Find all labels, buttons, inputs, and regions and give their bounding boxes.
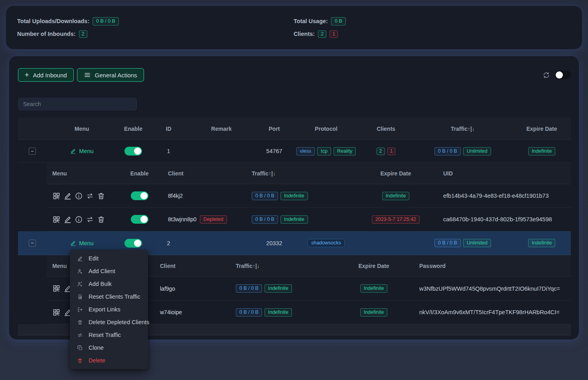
- number-of-inbounds-label: Number of Inbounds:: [17, 31, 76, 37]
- client-traffic-tag: 0 B / 0 B: [252, 215, 278, 224]
- menu-item-add-client[interactable]: Add Client: [70, 265, 148, 278]
- general-actions-button[interactable]: General Actions: [77, 68, 144, 82]
- client-name-group: 8t3wjnn8p0 Depleted: [158, 215, 242, 224]
- inbound-enable-toggle[interactable]: [124, 147, 142, 156]
- edit-client-icon[interactable]: [63, 192, 72, 200]
- client-expire-tag: 2023-5-7 17:25:42: [372, 215, 420, 224]
- col-client-enable: Enable: [120, 170, 158, 177]
- expire-tag: Indefinite: [528, 239, 556, 247]
- col-client-traffic[interactable]: Traffic↑|↓: [242, 170, 358, 177]
- toolbar: + Add Inbound General Actions: [9, 56, 579, 82]
- col-enable: Enable: [117, 126, 150, 132]
- client-expire-tag: Indefinite: [360, 284, 388, 293]
- inbound-traffic: 0 B / 0 B Unlimited: [413, 239, 513, 247]
- menu-item-reset-traffic[interactable]: Reset Traffic: [70, 329, 148, 341]
- client-enable-toggle[interactable]: [131, 191, 148, 200]
- refresh-icon[interactable]: [543, 71, 550, 79]
- col-client-menu: Menu: [47, 170, 120, 177]
- qr-code-icon[interactable]: [52, 308, 61, 317]
- col-client-expire: Expire Date: [358, 170, 434, 177]
- search-input[interactable]: [18, 98, 137, 110]
- client-name: 8t3wjnn8p0: [168, 216, 197, 222]
- delete-icon: [77, 358, 83, 364]
- client-name: laf9go: [150, 285, 226, 292]
- client-limit-tag: Indefinite: [280, 192, 308, 200]
- reset-traffic-icon[interactable]: [86, 215, 94, 224]
- client-enable-toggle[interactable]: [131, 215, 148, 224]
- client-traffic: 0 B / 0 B Indefinite: [242, 192, 358, 200]
- clients-depleted-count: 1: [330, 30, 338, 38]
- stats-panel: Total Uploads/Downloads: 0 B / 0 B Numbe…: [6, 6, 582, 49]
- add-inbound-label: Add Inbound: [33, 72, 67, 79]
- expire-tag: Indefinite: [528, 147, 556, 156]
- reset-traffic-icon[interactable]: [86, 192, 94, 200]
- reset-clients-traffic-icon: [77, 294, 83, 300]
- edit-client-icon[interactable]: [63, 215, 72, 224]
- client-expire: Indefinite: [358, 192, 434, 200]
- inbound-menu-label: Menu: [79, 240, 93, 246]
- col-traffic[interactable]: Traffic↑|↓: [413, 126, 513, 132]
- client-limit-tag: Indefinite: [280, 215, 308, 224]
- col-client-password: Password: [410, 263, 571, 269]
- depleted-badge: Depleted: [200, 215, 227, 224]
- client-traffic-tag: 0 B / 0 B: [236, 308, 262, 317]
- client-traffic: 0 B / 0 B Indefinite: [242, 215, 358, 224]
- client-name: w74ioipe: [150, 309, 226, 315]
- client-limit-tag: Indefinite: [264, 308, 292, 317]
- info-icon[interactable]: [75, 215, 83, 224]
- clients-active-tag: 2: [377, 148, 385, 155]
- menu-item-delete-depleted-clients[interactable]: Delete Depleted Clients: [70, 316, 148, 329]
- traffic-limit-tag: Unlimited: [463, 147, 491, 156]
- inbound-id: 2: [150, 240, 187, 246]
- client-table-header: Menu Enable Client Traffic↑|↓ Expire Dat…: [47, 163, 571, 184]
- edit-icon: [77, 256, 83, 262]
- info-icon[interactable]: [75, 192, 83, 200]
- delete-depleted-clients-icon: [77, 319, 83, 325]
- col-port: Port: [255, 126, 293, 132]
- client-table-inbound-1: Menu Enable Client Traffic↑|↓ Expire Dat…: [47, 163, 571, 231]
- client-traffic-tag: 0 B / 0 B: [236, 284, 262, 293]
- client-expire-tag: Indefinite: [382, 192, 410, 200]
- protocol-tag-vless: vless: [296, 147, 315, 156]
- col-expire-date: Expire Date: [513, 126, 571, 132]
- clone-icon: [77, 345, 83, 351]
- menu-item-export-links[interactable]: Export Links: [70, 303, 148, 316]
- col-clients: Clients: [359, 126, 413, 132]
- add-inbound-button[interactable]: + Add Inbound: [18, 68, 74, 82]
- delete-client-icon[interactable]: [97, 215, 105, 224]
- client-expire: Indefinite: [338, 284, 410, 293]
- client-limit-tag: Indefinite: [264, 284, 292, 293]
- inbound-menu-button[interactable]: Menu: [70, 240, 93, 246]
- auto-refresh-toggle[interactable]: [555, 71, 571, 79]
- delete-client-icon[interactable]: [97, 192, 105, 200]
- inbound-menu-button[interactable]: Menu: [70, 148, 93, 154]
- menu-item-edit[interactable]: Edit: [70, 252, 148, 265]
- inbound-protocol-tags: vless tcp Reality: [293, 147, 359, 156]
- inbound-row-1: − Menu 1 54767 vless tcp Reality 2 1 0 B…: [18, 140, 571, 163]
- qr-code-icon[interactable]: [52, 215, 61, 224]
- menu-item-add-bulk[interactable]: Add Bulk: [70, 278, 148, 290]
- client-uid: ca68470b-1940-437d-802b-1f9573e94598: [434, 216, 571, 222]
- collapse-row-button[interactable]: −: [29, 240, 36, 247]
- inbound-expire: Indefinite: [513, 147, 571, 156]
- add-client-icon: [77, 268, 83, 274]
- menu-item-clone[interactable]: Clone: [70, 341, 148, 354]
- qr-code-icon[interactable]: [52, 192, 61, 200]
- menu-bars-icon: [84, 71, 91, 79]
- col-client-traffic[interactable]: Traffic↑|↓: [226, 263, 338, 269]
- total-uploads-downloads-label: Total Uploads/Downloads:: [17, 18, 89, 24]
- inbound-protocol-tags: shadowsocks: [293, 239, 359, 247]
- client-traffic: 0 B / 0 B Indefinite: [226, 284, 338, 293]
- inbound-port: 20332: [255, 240, 293, 246]
- menu-item-reset-clients-traffic[interactable]: Reset Clients Traffic: [70, 290, 148, 303]
- menu-item-delete[interactable]: Delete: [70, 354, 148, 367]
- inbound-clients-counts: 2 1: [359, 148, 413, 155]
- plus-icon: +: [25, 71, 29, 79]
- clients-label: Clients:: [294, 31, 315, 37]
- add-bulk-icon: [77, 281, 83, 287]
- qr-code-icon[interactable]: [52, 284, 61, 293]
- client-expire: 2023-5-7 17:25:42: [358, 215, 434, 224]
- collapse-row-button[interactable]: −: [29, 148, 36, 155]
- inbound-enable-toggle[interactable]: [124, 239, 142, 248]
- col-protocol: Protocol: [293, 126, 359, 132]
